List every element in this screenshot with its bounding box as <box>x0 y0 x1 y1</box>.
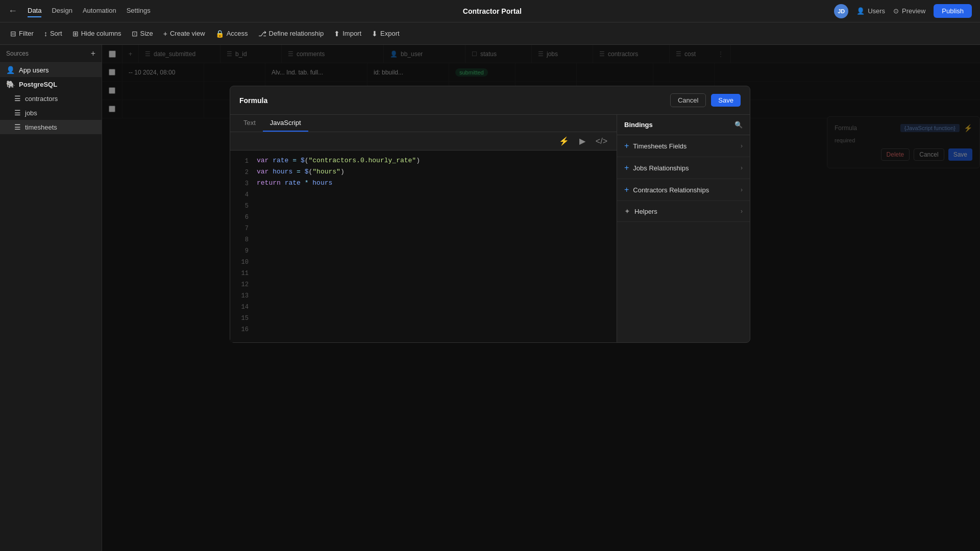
back-button[interactable]: ← <box>8 6 17 16</box>
sidebar: Sources + 👤 App users 🐘 PostgreSQL ☰ con… <box>0 45 102 551</box>
bindings-header: Bindings 🔍 <box>617 115 750 135</box>
binding-add-icon: + <box>624 185 629 194</box>
code-line-1: 1 var rate = $("contractors.0.hourly_rat… <box>236 157 610 168</box>
binding-timesheets-left: + Timesheets Fields <box>624 141 687 151</box>
access-button[interactable]: 🔒 Access <box>211 27 252 40</box>
sources-header: Sources + <box>0 45 102 63</box>
filter-icon: ⊟ <box>10 30 16 38</box>
code-line-7: 7 <box>236 224 610 235</box>
sidebar-item-timesheets[interactable]: ☰ timesheets <box>0 120 102 134</box>
code-line-14: 14 <box>236 303 610 314</box>
binding-contractors-chevron: › <box>741 186 743 193</box>
sidebar-item-postgres[interactable]: 🐘 PostgreSQL <box>0 77 102 91</box>
formula-cancel-button[interactable]: Cancel <box>670 93 706 107</box>
binding-item-timesheets[interactable]: + Timesheets Fields › <box>617 135 750 157</box>
access-icon: 🔒 <box>215 30 224 38</box>
topbar-nav: Data Design Automation Settings <box>28 5 151 17</box>
modal-header: Formula Cancel Save <box>230 86 750 115</box>
lightning-toolbar-button[interactable]: ⚡ <box>556 135 572 147</box>
toolbar: ⊟ Filter ↕ Sort ⊞ Hide columns ⊡ Size + … <box>0 22 980 45</box>
layout: Sources + 👤 App users 🐘 PostgreSQL ☰ con… <box>0 45 980 551</box>
timesheets-table-icon: ☰ <box>14 123 21 131</box>
topbar-right: JD 👤 Users ⊙ Preview Publish <box>834 4 972 18</box>
code-line-12: 12 <box>236 280 610 291</box>
code-view-button[interactable]: </> <box>593 136 610 147</box>
page-title: Contractor Portal <box>161 7 824 15</box>
modal-body: Text JavaScript ⚡ ▶ </> 1 var rate = $("… <box>230 115 750 342</box>
bindings-title: Bindings <box>624 121 653 129</box>
tab-javascript[interactable]: JavaScript <box>263 115 308 132</box>
export-button[interactable]: ⬇ Export <box>368 27 404 40</box>
binding-timesheets-chevron: › <box>741 142 743 149</box>
code-editor[interactable]: 1 var rate = $("contractors.0.hourly_rat… <box>230 151 617 342</box>
code-line-16: 16 <box>236 325 610 336</box>
import-button[interactable]: ⬆ Import <box>330 27 365 40</box>
nav-design[interactable]: Design <box>52 5 72 17</box>
users-icon: 👤 <box>856 7 865 15</box>
binding-jobs-left: + Jobs Relationships <box>624 163 689 172</box>
binding-item-helpers[interactable]: ✦ Helpers › <box>617 201 750 222</box>
preview-button[interactable]: ⊙ Preview <box>893 7 925 15</box>
users-button[interactable]: 👤 Users <box>856 7 885 15</box>
export-icon: ⬇ <box>372 30 378 38</box>
sidebar-item-contractors[interactable]: ☰ contractors <box>0 91 102 106</box>
create-view-icon: + <box>163 30 167 38</box>
binding-jobs-chevron: › <box>741 164 743 171</box>
contractors-table-icon: ☰ <box>14 94 21 103</box>
import-icon: ⬆ <box>334 30 340 38</box>
code-line-4: 4 <box>236 190 610 202</box>
modal-title: Formula <box>239 96 267 105</box>
binding-helpers-left: ✦ Helpers <box>624 207 657 215</box>
code-line-9: 9 <box>236 246 610 258</box>
code-line-3: 3 return rate * hours <box>236 179 610 190</box>
binding-helpers-chevron: › <box>741 208 743 215</box>
binding-timesheets-label: Timesheets Fields <box>633 142 687 150</box>
size-button[interactable]: ⊡ Size <box>128 27 157 40</box>
preview-icon: ⊙ <box>893 7 899 15</box>
code-line-6: 6 <box>236 213 610 224</box>
code-line-15: 15 <box>236 314 610 325</box>
sidebar-item-jobs[interactable]: ☰ jobs <box>0 106 102 120</box>
modal-overlay: Formula Cancel Save Text JavaScript <box>102 45 980 551</box>
nav-automation[interactable]: Automation <box>83 5 116 17</box>
publish-button[interactable]: Publish <box>934 4 972 18</box>
avatar: JD <box>834 4 848 18</box>
code-line-8: 8 <box>236 235 610 246</box>
hide-columns-icon: ⊞ <box>72 30 79 38</box>
bindings-search-button[interactable]: 🔍 <box>734 121 743 129</box>
bindings-panel: Bindings 🔍 + Timesheets Fields › <box>617 115 750 342</box>
sort-icon: ↕ <box>44 30 47 38</box>
define-relationship-button[interactable]: ⎇ Define relationship <box>254 27 328 40</box>
filter-button[interactable]: ⊟ Filter <box>6 27 38 40</box>
modal-header-buttons: Cancel Save <box>670 93 741 107</box>
create-view-button[interactable]: + Create view <box>159 27 209 40</box>
binding-helpers-label: Helpers <box>634 208 657 215</box>
app-users-icon: 👤 <box>6 66 15 74</box>
formula-modal: Formula Cancel Save Text JavaScript <box>230 86 750 343</box>
jobs-table-icon: ☰ <box>14 109 21 117</box>
binding-contractors-label: Contractors Relationships <box>633 186 709 194</box>
nav-settings[interactable]: Settings <box>127 5 151 17</box>
sidebar-item-app-users[interactable]: 👤 App users <box>0 63 102 77</box>
sort-button[interactable]: ↕ Sort <box>40 27 66 40</box>
add-source-button[interactable]: + <box>91 49 95 58</box>
binding-jobs-label: Jobs Relationships <box>633 164 689 172</box>
code-line-5: 5 <box>236 202 610 213</box>
run-button[interactable]: ▶ <box>576 135 589 147</box>
main-content: + ☰ date_submitted ☰ b_id ☰ comments 👤 b… <box>102 45 980 551</box>
editor-tabs: Text JavaScript <box>230 115 617 132</box>
editor-panel: Text JavaScript ⚡ ▶ </> 1 var rate = $("… <box>230 115 617 342</box>
binding-contractors-left: + Contractors Relationships <box>624 185 709 194</box>
nav-data[interactable]: Data <box>28 5 41 17</box>
binding-item-contractors[interactable]: + Contractors Relationships › <box>617 179 750 201</box>
code-line-13: 13 <box>236 291 610 303</box>
postgres-icon: 🐘 <box>6 80 15 88</box>
code-line-11: 11 <box>236 269 610 280</box>
tab-text[interactable]: Text <box>236 115 263 132</box>
formula-save-button[interactable]: Save <box>711 94 741 107</box>
hide-columns-button[interactable]: ⊞ Hide columns <box>68 27 126 40</box>
binding-item-jobs[interactable]: + Jobs Relationships › <box>617 157 750 179</box>
binding-add-icon: + <box>624 141 629 151</box>
code-line-10: 10 <box>236 258 610 269</box>
define-relationship-icon: ⎇ <box>258 30 266 38</box>
